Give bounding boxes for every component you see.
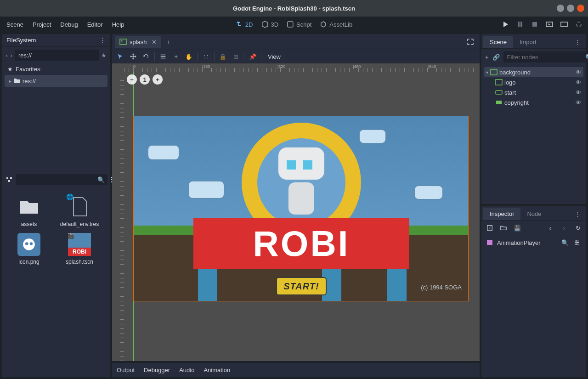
path-input[interactable] <box>15 50 99 61</box>
visibility-icon[interactable]: 👁 <box>576 69 582 76</box>
panel-menu-icon[interactable]: ⋮ <box>571 208 584 220</box>
svg-rect-3 <box>532 22 537 27</box>
pause-icon[interactable] <box>516 21 524 28</box>
scene-tab[interactable]: splash ✕ <box>115 36 161 48</box>
pan-tool-icon[interactable]: ✋ <box>184 52 193 61</box>
history-forward-icon[interactable]: › <box>560 223 569 232</box>
menu-debug[interactable]: Debug <box>60 21 78 28</box>
logo-text: ROBI <box>253 223 350 265</box>
tab-node[interactable]: Node <box>520 208 548 220</box>
menu-project[interactable]: Project <box>33 21 51 28</box>
add-tab-icon[interactable]: + <box>163 37 174 47</box>
zoom-in-button[interactable]: + <box>153 74 163 85</box>
tab-scene[interactable]: Scene <box>483 36 513 48</box>
snap-options-icon[interactable]: ✦ <box>171 52 181 61</box>
left-column: FileSystem ⋮ ‹ › ★ ★ Favorites: ▸ res:// <box>2 34 110 377</box>
play-icon[interactable] <box>502 21 509 28</box>
svg-rect-5 <box>561 22 567 27</box>
snap-grid-icon[interactable]: ⸬ <box>201 52 210 61</box>
close-button[interactable] <box>577 5 584 12</box>
right-column: Scene Import ⋮ + 🔗 🔍 ▾ background 👁 <box>481 34 586 377</box>
workspace-3d[interactable]: 3D <box>261 21 278 28</box>
bone-icon[interactable]: 📌 <box>248 52 257 61</box>
filter-nodes-input[interactable] <box>503 51 588 62</box>
play-scene-icon[interactable] <box>546 21 553 28</box>
start-button[interactable]: START! <box>276 277 327 295</box>
tree-root[interactable]: ▸ res:// <box>5 75 107 87</box>
animationplayer-icon <box>486 239 493 246</box>
cloud-sprite <box>188 181 225 199</box>
node-copyright[interactable]: copyright 👁 <box>484 97 583 107</box>
menu-help[interactable]: Help <box>112 21 124 28</box>
disk-icon[interactable]: 💾 <box>513 223 522 232</box>
panel-menu-icon[interactable]: ⋮ <box>571 36 584 48</box>
visibility-icon[interactable]: 👁 <box>576 89 582 96</box>
zoom-reset-button[interactable]: 1 <box>140 74 150 85</box>
svg-rect-0 <box>288 22 293 27</box>
menu-scene[interactable]: Scene <box>6 21 23 28</box>
stop-icon[interactable] <box>531 21 538 28</box>
workspace-script[interactable]: Script <box>287 21 311 28</box>
rotate-tool-icon[interactable] <box>141 52 151 61</box>
add-node-icon[interactable]: + <box>485 52 489 62</box>
visibility-icon[interactable]: 👁 <box>576 99 582 106</box>
svg-rect-10 <box>120 39 126 45</box>
tab-animation[interactable]: Animation <box>204 367 230 373</box>
maximize-button[interactable] <box>567 5 574 12</box>
tab-inspector[interactable]: Inspector <box>483 208 520 220</box>
file-item-splash-tscn[interactable]: ROBI 🎬 splash.tscn <box>57 233 102 265</box>
workspace-2d[interactable]: 2D <box>236 21 253 28</box>
scene-panel: Scene Import ⋮ + 🔗 🔍 ▾ background 👁 <box>481 34 586 204</box>
minimize-button[interactable] <box>557 5 564 12</box>
zoom-out-button[interactable]: − <box>127 74 137 85</box>
select-tool-icon[interactable] <box>116 52 125 61</box>
view-menu[interactable]: View <box>265 53 283 60</box>
tab-output[interactable]: Output <box>117 367 135 373</box>
window-controls <box>557 5 584 12</box>
play-custom-icon[interactable] <box>560 21 568 28</box>
file-item-assets[interactable]: assets <box>6 195 51 227</box>
chevron-right-icon: ▸ <box>9 79 11 84</box>
viewport-panel: splash ✕ + ✦ ✋ ⸬ 🔒 ⊞ <box>112 34 480 361</box>
script-icon <box>287 21 294 28</box>
workspace-assetlib[interactable]: AssetLib <box>320 21 352 28</box>
ruler-horizontal: 0 |160 |320 |480 |640 <box>124 63 480 72</box>
save-resource-icon[interactable] <box>485 223 494 232</box>
tab-debugger[interactable]: Debugger <box>144 367 170 373</box>
lock-icon[interactable]: 🔒 <box>218 52 227 61</box>
node-logo[interactable]: logo 👁 <box>484 77 583 87</box>
panel-menu-icon[interactable]: ⋮ <box>100 37 106 44</box>
node-start[interactable]: start 👁 <box>484 87 583 97</box>
label-icon <box>495 99 503 106</box>
group-icon[interactable]: ⊞ <box>231 52 240 61</box>
tab-import[interactable]: Import <box>513 36 543 48</box>
scene-canvas[interactable]: ROBI START! (c) 1994 SOGA <box>133 116 469 301</box>
node-background[interactable]: ▾ background 👁 <box>484 67 583 77</box>
nav-back-icon[interactable]: ‹ <box>6 50 8 61</box>
window-title: Godot Engine - RobiSplash30 - splash.tsc… <box>0 5 588 12</box>
tree-mode-icon[interactable] <box>6 175 13 184</box>
search-icon[interactable]: 🔍 <box>561 239 569 246</box>
link-icon[interactable]: 🔗 <box>492 52 500 62</box>
favorite-icon[interactable]: ★ <box>101 50 107 61</box>
settings-icon[interactable] <box>572 238 582 247</box>
history-icon[interactable]: ↻ <box>573 223 582 232</box>
file-item-icon-png[interactable]: icon.png <box>6 233 51 265</box>
history-back-icon[interactable]: ‹ <box>546 223 555 232</box>
inspector-object-row[interactable]: AnimationPlayer 🔍 <box>481 235 586 250</box>
tab-audio[interactable]: Audio <box>179 367 194 373</box>
nav-forward-icon[interactable]: › <box>10 50 13 61</box>
image-icon <box>119 38 127 45</box>
distraction-free-icon[interactable] <box>466 37 475 46</box>
open-resource-icon[interactable] <box>499 223 508 232</box>
close-icon[interactable]: ✕ <box>152 39 157 45</box>
filesystem-search-input[interactable] <box>16 174 107 185</box>
file-item-default-env[interactable]: 🌐 default_env.tres <box>57 195 102 227</box>
move-tool-icon[interactable] <box>129 52 138 61</box>
visibility-icon[interactable]: 👁 <box>576 79 582 86</box>
globe-icon: 🌐 <box>66 193 74 200</box>
svg-point-7 <box>23 238 35 250</box>
menu-editor[interactable]: Editor <box>87 21 103 28</box>
viewport-canvas[interactable]: 0 |160 |320 |480 |640 − 1 + <box>112 63 480 361</box>
snap-list-icon[interactable] <box>158 52 168 61</box>
